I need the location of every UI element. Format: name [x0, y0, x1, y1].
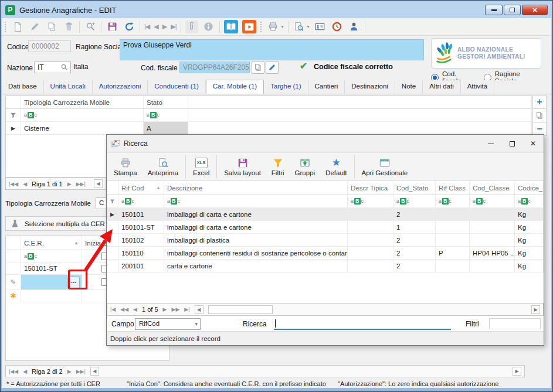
cell-rif-class[interactable] [436, 208, 470, 220]
stampa-button[interactable]: Stampa [108, 154, 143, 180]
first-record-button[interactable]: |◀ [144, 23, 150, 30]
column-header-rif-class[interactable]: Rif Class [436, 181, 470, 195]
tab-attivita[interactable]: Attività [461, 80, 495, 94]
tab-altri-dati[interactable]: Altri dati [423, 80, 461, 94]
manual-button[interactable] [224, 20, 238, 33]
filtri-button[interactable]: Filtri [266, 154, 290, 180]
toolbar-grip[interactable] [260, 22, 263, 32]
cell-descrizione[interactable]: imballaggi di carta e cartone [164, 221, 348, 233]
minimize-button[interactable] [485, 5, 503, 15]
previous-record-button[interactable]: ◀ [154, 23, 158, 30]
nav-first-button[interactable]: |◀◀ [9, 181, 18, 187]
nav-first-button[interactable]: |◀ [110, 306, 116, 312]
nav-prev-page-button[interactable]: ◀◀ [120, 306, 128, 312]
duplicate-row-button[interactable] [532, 108, 547, 122]
cell-cod-stato[interactable]: 2 [393, 208, 436, 220]
column-header-cer[interactable]: C.E.R.▲ [21, 236, 82, 250]
nav-prev-button[interactable]: ◀ [23, 369, 27, 374]
attachment-button[interactable] [185, 21, 198, 33]
new-button[interactable] [11, 21, 24, 33]
cell-descr-tipica[interactable] [348, 260, 393, 272]
column-header-rifcod[interactable]: Rif Cod▲ [118, 181, 164, 195]
print-dropdown[interactable]: ▾ [281, 24, 284, 29]
filter-cell[interactable]: aBc [164, 195, 348, 207]
dialog-minimize-button[interactable] [480, 135, 501, 152]
edit-button[interactable] [28, 21, 41, 33]
filter-cell[interactable]: aBc [436, 195, 470, 207]
filter-indicator-cell[interactable] [6, 109, 21, 121]
nav-last-button[interactable]: ▶▶| [76, 369, 86, 374]
hscroll-right-button[interactable]: ▶ [513, 367, 521, 376]
cell-descr-tipica[interactable] [348, 234, 393, 246]
cell-rif-class[interactable] [436, 221, 470, 233]
cell-rif-class[interactable]: P [436, 247, 470, 259]
tab-destinazioni[interactable]: Destinazioni [345, 80, 395, 94]
cell-descrizione[interactable]: carta e cartone [164, 260, 348, 272]
cell-rifcod[interactable]: 150110 [118, 247, 164, 259]
cell-descrizione[interactable]: imballaggi contenenti residui di sostanz… [164, 247, 348, 259]
toolbar-grip[interactable] [5, 22, 7, 32]
add-row-button[interactable]: + [532, 95, 547, 109]
table-row[interactable]: 150110 imballaggi contenenti residui di … [107, 247, 544, 260]
excel-button[interactable]: XLSExcel [188, 154, 215, 180]
nav-last-button[interactable]: ▶▶| [76, 181, 86, 187]
table-row[interactable]: 150101-ST imballaggi di carta e cartone … [107, 221, 544, 234]
delete-button[interactable] [62, 21, 75, 33]
campo-combo[interactable]: RifCod ▾ [135, 318, 201, 330]
column-header-cod-classe[interactable]: Cod_Classe [470, 181, 515, 195]
hscroll-left-button[interactable]: ◀ [94, 179, 103, 188]
dialog-close-button[interactable]: ✕ [523, 135, 544, 152]
filter-indicator-cell[interactable] [6, 250, 21, 262]
apri-gestionale-button[interactable]: Apri Gestionale [357, 154, 413, 180]
refresh-button[interactable] [123, 21, 135, 33]
info-button[interactable] [202, 21, 215, 33]
cell-descr-tipica[interactable] [348, 221, 393, 233]
nav-last-button[interactable]: ▶| [184, 306, 189, 312]
column-header-codice-um[interactable]: Codice_UM [515, 181, 544, 195]
cell-rifcod[interactable]: 150102 [118, 234, 164, 246]
tab-cantieri[interactable]: Cantieri [308, 80, 345, 94]
cell-rifcod[interactable]: 150101-ST [118, 221, 164, 233]
cell-descrizione[interactable]: imballaggi di carta e cartone [164, 208, 348, 220]
save-button[interactable] [106, 21, 118, 33]
cell-cer[interactable] [21, 290, 82, 302]
contact-card-button[interactable] [314, 21, 327, 33]
hscroll-right-button[interactable]: ▶ [531, 305, 540, 314]
nav-first-button[interactable]: |◀◀ [9, 369, 18, 374]
cell-descrizione[interactable]: imballaggi di plastica [164, 234, 348, 246]
nazione-search-icon[interactable] [60, 63, 68, 71]
cell-codice-um[interactable]: Kg [515, 208, 544, 220]
tab-targhe[interactable]: Targhe (1) [264, 80, 308, 94]
cell-cod-classe[interactable] [470, 221, 515, 233]
filter-cell[interactable]: aBc [470, 195, 515, 207]
next-record-button[interactable]: ▶ [162, 23, 167, 30]
tab-dati-base[interactable]: Dati base [2, 80, 44, 94]
cell-stato[interactable]: A [144, 122, 188, 134]
cell-cod-classe[interactable] [470, 234, 515, 246]
column-header-descr-tipica[interactable]: Descr Tipica [348, 181, 393, 195]
cell-codice-um[interactable]: Kg [515, 247, 544, 259]
anteprima-button[interactable]: Anteprima [143, 154, 184, 180]
tab-unita-locali[interactable]: Unità Locali [44, 80, 93, 94]
print-preview-button[interactable] [293, 21, 306, 33]
column-header-stato[interactable]: Stato [144, 96, 188, 108]
cell-cod-classe[interactable]: HP04 HP05 ... [470, 247, 515, 259]
hscroll-track[interactable] [208, 305, 273, 314]
filter-cell-cer[interactable]: aBc [21, 250, 82, 262]
dialog-titlebar[interactable]: Ricerca ✕ [107, 135, 544, 152]
edit-cod-fiscale-button[interactable] [266, 61, 279, 74]
filter-cell-tipologia[interactable]: aBc [21, 109, 144, 121]
nav-next-button[interactable]: ▶ [163, 306, 167, 312]
nav-prev-button[interactable]: ◀ [133, 306, 137, 312]
tab-car-mobile[interactable]: Car. Mobile (1) [206, 80, 264, 94]
cell-codice-um[interactable]: Kg [515, 234, 544, 246]
nav-next-button[interactable]: ▶ [67, 369, 72, 374]
copy-button[interactable] [45, 21, 58, 33]
default-button[interactable]: ★Default [320, 154, 352, 180]
print-preview-dropdown[interactable]: ▾ [307, 24, 310, 29]
history-button[interactable] [331, 21, 344, 33]
column-header-tipologia[interactable]: Tipologia Carrozzeria Mobile [21, 96, 144, 108]
hscroll-left-button[interactable]: ◀ [195, 305, 203, 314]
tab-conducenti[interactable]: Conducenti (1) [148, 80, 205, 94]
tab-note[interactable]: Note [395, 80, 423, 94]
